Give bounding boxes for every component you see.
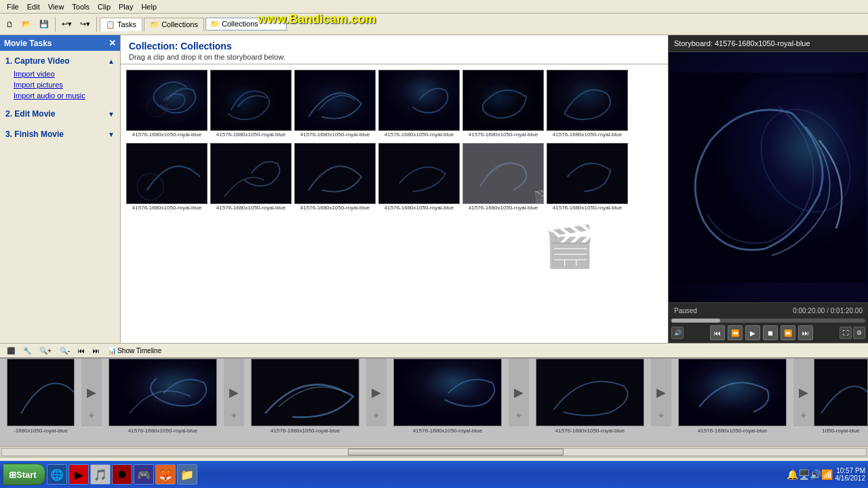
storyboard-transition[interactable]: ▶ ✦ (81, 359, 102, 426)
preview-progress-bar[interactable] (671, 319, 865, 323)
edit-header[interactable]: 2. Edit Movie ▼ (0, 106, 120, 121)
list-item[interactable]: 41576-1680x1050-royal-blue (378, 143, 460, 211)
svg-rect-21 (679, 359, 787, 426)
storyboard-icon-btn[interactable]: ⬛ (4, 346, 18, 356)
folder-icon[interactable]: 📁 (177, 464, 197, 485)
swirl-graphic (379, 70, 459, 130)
storyboard-transition[interactable]: ▶ ✦ (224, 359, 244, 426)
import-pictures-link[interactable]: Import pictures (0, 79, 120, 90)
svg-rect-16 (7, 359, 75, 426)
menu-file[interactable]: File (3, 3, 23, 11)
preview-volume-icon[interactable]: 🔊 (671, 327, 684, 339)
toolbar-undo[interactable]: ↩▾ (58, 18, 75, 30)
media-player-icon[interactable]: ▶ (68, 464, 89, 485)
list-item[interactable]: 41576-1680x1050-royal-blue (547, 143, 628, 211)
preview-fullscreen[interactable]: ⛶ (840, 327, 852, 339)
start-button[interactable]: ⊞ Start (3, 464, 45, 485)
storyboard-transition[interactable]: ▶ ✦ (651, 359, 671, 426)
list-item[interactable]: 41576-1680x1050-royal-blue (671, 359, 793, 446)
list-item[interactable]: 41576-1680x1050-royal-blue (294, 70, 376, 138)
list-item[interactable]: 41576-1680x1050-royal-blue (102, 359, 224, 446)
content-subtitle: Drag a clip and drop it on the storyboar… (129, 53, 660, 61)
import-audio-link[interactable]: Import audio or music (0, 90, 120, 101)
list-item[interactable]: 41576-1680x1050-royal-blue (462, 70, 544, 138)
list-item[interactable]: 41576-1680x1050-royal-blue (529, 359, 651, 446)
panel-close-button[interactable]: ✕ (108, 38, 116, 48)
list-item[interactable]: 41576-1680x1050-royal-blue (378, 70, 460, 138)
toolbar-new[interactable]: 🗋 (3, 18, 17, 30)
prev-btn[interactable]: ⏮ (75, 346, 87, 356)
storyboard-transition[interactable]: ▶ ✦ (366, 359, 387, 426)
list-item[interactable]: 41576-1680x1050-royal-blue (244, 359, 366, 446)
scrollbar-thumb[interactable] (348, 449, 564, 455)
menu-tools[interactable]: Tools (68, 3, 94, 11)
next-btn[interactable]: ⏭ (90, 346, 102, 356)
edit-arrow: ▼ (108, 110, 115, 118)
storyboard-transition[interactable]: ▶ ✦ (793, 359, 814, 426)
menu-play[interactable]: Play (115, 3, 137, 11)
preview-rewind[interactable]: ⏪ (728, 325, 743, 340)
list-item[interactable]: 41576-1680x1050-royal-blue (547, 70, 628, 138)
toolbar-save[interactable]: 💾 (36, 18, 52, 30)
select-tool-btn[interactable]: 🔧 (20, 346, 34, 356)
swirl-graphic (463, 70, 543, 130)
ie-icon[interactable]: 🌐 (47, 464, 67, 485)
menu-help[interactable]: Help (137, 3, 161, 11)
preview-prev-frame[interactable]: ⏮ (710, 325, 725, 340)
left-panel: Movie Tasks ✕ 1. Capture Video ▲ Import … (0, 35, 121, 343)
thumbnail-image (547, 70, 628, 131)
list-item[interactable]: 🎬 41576-1680x1050-royal-blue (462, 143, 544, 211)
thumbnail-label: 41576-1680x1050-royal-blue (378, 205, 460, 211)
capture-header[interactable]: 1. Capture Video ▲ (0, 54, 120, 68)
list-item[interactable]: 41576-1680x1050-royal-blue (210, 143, 292, 211)
swirl-graphic (127, 70, 207, 130)
swirl-graphic (127, 144, 207, 203)
menu-edit[interactable]: Edit (23, 3, 44, 11)
toolbar-redo[interactable]: ↪▾ (77, 18, 94, 30)
list-item[interactable]: 1050-royal-blue (814, 359, 868, 446)
show-timeline-btn[interactable]: 📊 Show Timeline (105, 346, 164, 356)
storyboard-label: 41576-1680x1050-royal-blue (251, 428, 359, 434)
breadcrumb-text: Collections (222, 20, 258, 28)
tasks-label: Tasks (117, 20, 136, 28)
list-item[interactable]: -1680x1050-royal-blue (0, 359, 81, 446)
menu-clip[interactable]: Clip (94, 3, 115, 11)
list-item[interactable]: 41576-1680x1050-royal-blue (126, 70, 208, 138)
preview-fast-forward[interactable]: ⏩ (781, 325, 795, 340)
horizontal-scrollbar[interactable] (0, 446, 868, 457)
finish-header[interactable]: 3. Finish Movie ▼ (0, 127, 120, 142)
preview-next-frame[interactable]: ⏭ (798, 325, 813, 340)
menu-bar: File Edit View Tools Clip Play Help (0, 0, 868, 14)
thumbnail-image (126, 143, 208, 204)
menu-view[interactable]: View (44, 3, 68, 11)
tasks-tab[interactable]: 📋 Tasks (100, 18, 142, 31)
bandicam-icon[interactable]: 🎮 (134, 464, 154, 485)
collections-tab1[interactable]: 📁 Collections (144, 18, 204, 31)
preview-stop[interactable]: ⏹ (763, 325, 778, 340)
transition-arrow: ▶ (87, 385, 96, 400)
scrollbar-track[interactable] (1, 448, 867, 456)
storyboard-thumb (393, 359, 502, 426)
list-item[interactable]: 41576-1680x1050-royal-blue (294, 143, 376, 211)
import-video-link[interactable]: Import video (0, 68, 120, 79)
toolbar-open[interactable]: 📂 (18, 18, 35, 30)
preview-play[interactable]: ▶ (745, 325, 760, 340)
svg-rect-11 (379, 144, 458, 203)
firefox-icon[interactable]: 🦊 (155, 464, 176, 485)
storyboard-transition[interactable]: ▶ ✦ (509, 359, 529, 426)
zoom-in-btn[interactable]: 🔍+ (37, 346, 54, 356)
itunes-icon[interactable]: 🎵 (90, 464, 111, 485)
drag-ghost-area: 🎬 (126, 216, 663, 270)
thumbnail-image (210, 70, 292, 131)
thumbnail-label: 41576-1680x1050-royal-blue (462, 205, 544, 211)
storyboard-area: -1680x1050-royal-blue ▶ ✦ 41576-1680x105… (0, 358, 868, 446)
zoom-out-btn[interactable]: 🔍- (57, 346, 73, 356)
preview-settings-icon[interactable]: ⚙ (853, 327, 865, 339)
toolbar-sep1 (55, 17, 56, 32)
transition-arrow: ▶ (656, 385, 666, 400)
list-item[interactable]: 41576-1680x1050-royal-blue (126, 143, 208, 211)
list-item[interactable]: 41576-1680x1050-royal-blue (210, 70, 292, 138)
record-icon[interactable]: ⏺ (112, 464, 132, 485)
taskbar: ⊞ Start 🌐 ▶ 🎵 ⏺ 🎮 🦊 📁 🔔🖥️🔊📶 10:57 PM 4/1… (0, 461, 868, 488)
list-item[interactable]: 41576-1680x1050-royal-blue (387, 359, 509, 446)
